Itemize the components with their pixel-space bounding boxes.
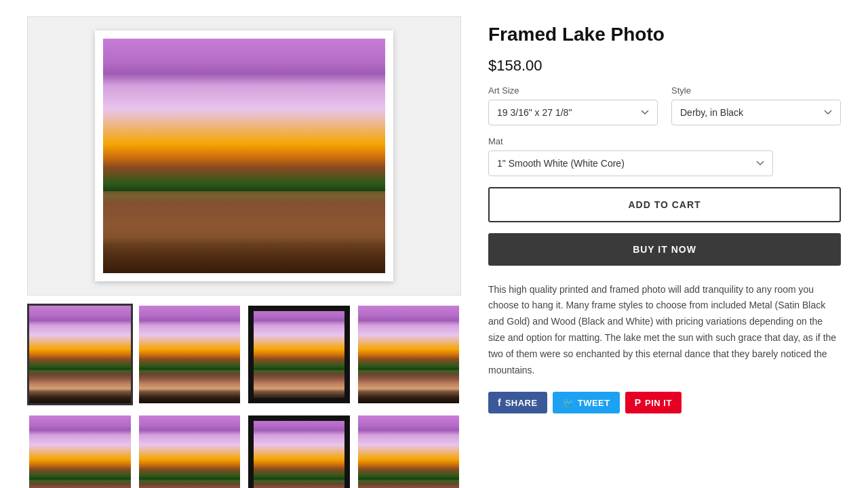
main-product-image (103, 39, 385, 273)
pinterest-icon: P (635, 397, 641, 408)
product-details-section: Framed Lake Photo $158.00 Art Size 19 3/… (488, 16, 841, 488)
thumbnail-8[interactable] (356, 413, 462, 488)
main-image-wrapper (27, 16, 461, 296)
twitter-label: TWEET (578, 398, 610, 408)
product-title: Framed Lake Photo (488, 23, 841, 46)
art-size-select[interactable]: 19 3/16" x 27 1/8" 12" x 16" 16" x 20" 2… (488, 100, 658, 125)
mat-label: Mat (488, 136, 841, 146)
social-buttons: f SHARE 🐦 TWEET P PIN IT (488, 392, 841, 413)
thumbnail-4[interactable] (356, 304, 462, 405)
thumbnail-3[interactable] (246, 304, 352, 405)
pin-pinterest-button[interactable]: P PIN IT (625, 392, 682, 413)
facebook-icon: f (498, 397, 501, 408)
thumbnail-1[interactable] (27, 304, 133, 405)
thumbnail-7[interactable] (246, 413, 352, 488)
style-group: Style Derby, in Black Derby, in White Me… (671, 85, 841, 125)
facebook-label: SHARE (505, 398, 538, 408)
main-image-frame (95, 30, 393, 281)
thumbnail-2[interactable] (137, 304, 243, 405)
product-image-section (27, 16, 461, 488)
pinterest-label: PIN IT (645, 398, 672, 408)
thumbnail-grid-row2 (27, 413, 461, 488)
share-facebook-button[interactable]: f SHARE (488, 392, 547, 413)
thumbnail-6[interactable] (137, 413, 243, 488)
product-description: This high quality printed and framed pho… (488, 282, 841, 379)
add-to-cart-button[interactable]: ADD TO CART (488, 187, 841, 222)
product-price: $158.00 (488, 57, 841, 75)
art-size-label: Art Size (488, 85, 658, 96)
style-select[interactable]: Derby, in Black Derby, in White Metal, S… (671, 100, 841, 125)
twitter-icon: 🐦 (562, 397, 574, 408)
thumbnail-grid-row1 (27, 304, 461, 405)
art-size-group: Art Size 19 3/16" x 27 1/8" 12" x 16" 16… (488, 85, 658, 125)
mat-row: Mat No Mat 1" Smooth White (White Core) … (488, 136, 841, 176)
tweet-twitter-button[interactable]: 🐦 TWEET (553, 392, 620, 413)
mat-select-wrapper: No Mat 1" Smooth White (White Core) 2" S… (488, 150, 773, 176)
options-grid: Art Size 19 3/16" x 27 1/8" 12" x 16" 16… (488, 85, 841, 125)
style-label: Style (671, 85, 841, 96)
mat-select[interactable]: No Mat 1" Smooth White (White Core) 2" S… (488, 150, 773, 176)
buy-it-now-button[interactable]: BUY IT NOW (488, 233, 841, 266)
thumbnail-5[interactable] (27, 413, 133, 488)
